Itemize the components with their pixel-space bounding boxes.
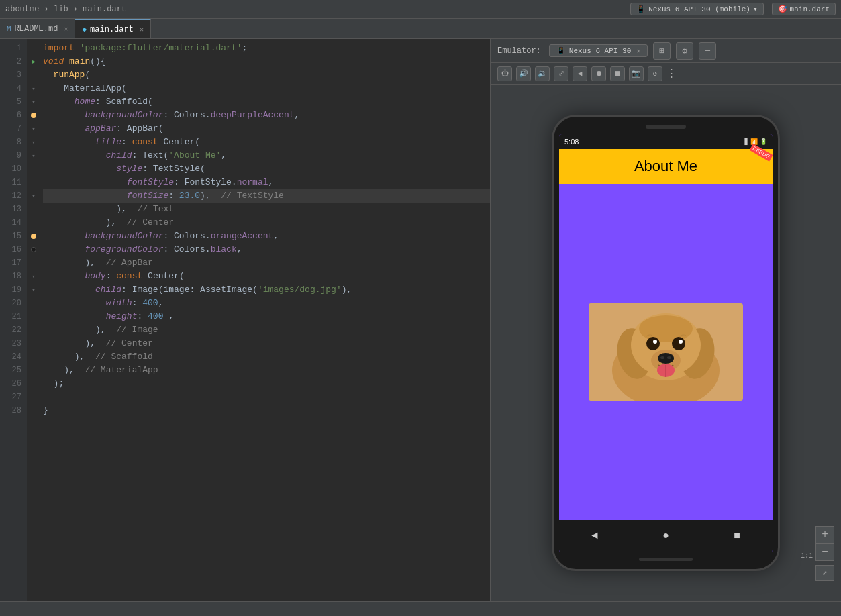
code-line: ), // Scaffold — [43, 350, 490, 364]
chevron-down-icon: ▾ — [753, 5, 758, 13]
settings-btn[interactable]: ⚙ — [676, 42, 693, 60]
phone-speaker — [646, 125, 686, 129]
phone-app-bar: About Me DEBUG — [559, 149, 773, 184]
main-file-label: 🎯 main.dart — [772, 3, 836, 15]
emulator-tab-close[interactable]: ✕ — [636, 47, 640, 55]
gutter-item — [27, 364, 40, 377]
tab-readme[interactable]: M README.md ✕ — [0, 19, 75, 38]
breakpoint-orange[interactable] — [31, 113, 36, 118]
breakpoint-black[interactable] — [31, 247, 36, 252]
volume-down-btn[interactable]: 🔉 — [535, 66, 550, 81]
code-line: child: Image(image: AssetImage('images/d… — [43, 283, 490, 297]
dart-icon: 🎯 — [778, 5, 787, 13]
breadcrumb: aboutme › lib › main.dart — [5, 5, 126, 14]
fold-icon[interactable]: ▾ — [32, 287, 35, 294]
line-number: 22 — [0, 323, 21, 337]
code-line: style: TextStyle( — [43, 162, 490, 176]
fold-icon[interactable]: ▾ — [32, 99, 35, 106]
svg-point-7 — [646, 337, 660, 350]
zoom-in-btn[interactable]: + — [815, 526, 834, 544]
code-line: MaterialApp( — [43, 82, 490, 95]
svg-point-9 — [653, 340, 657, 344]
zoom-out-btn[interactable]: − — [815, 544, 834, 561]
svg-point-13 — [660, 356, 664, 359]
line-number: 21 — [0, 310, 21, 323]
dog-svg — [589, 303, 743, 401]
line-number: 28 — [0, 404, 21, 417]
code-area[interactable]: 1234567891011121314151617181920212223242… — [0, 39, 490, 601]
svg-point-14 — [667, 356, 671, 359]
fold-icon[interactable]: ▾ — [32, 139, 35, 146]
line-number: 14 — [0, 216, 21, 229]
fold-icon[interactable]: ▾ — [32, 85, 35, 93]
gutter-item — [27, 42, 40, 55]
line-number: 18 — [0, 270, 21, 283]
tab-main-dart-close[interactable]: ✕ — [140, 25, 144, 34]
volume-up-btn[interactable]: 🔊 — [516, 66, 531, 81]
power-btn[interactable]: ⏻ — [497, 66, 512, 81]
rotate-btn[interactable]: ⤢ — [554, 66, 568, 81]
emulator-device-tab[interactable]: 📱 Nexus 6 API 30 ✕ — [549, 44, 648, 57]
fold-icon[interactable]: ▾ — [32, 273, 35, 280]
gutter-item — [27, 256, 40, 270]
back-nav-btn[interactable]: ◄ — [591, 530, 598, 542]
fold-icon[interactable]: ▾ — [32, 193, 35, 200]
line-numbers: 1234567891011121314151617181920212223242… — [0, 39, 27, 601]
line-number: 25 — [0, 364, 21, 377]
camera-btn[interactable]: 📷 — [629, 66, 644, 81]
emulator-body: 5:08 ▊ 📶 🔋 About Me DEBUG — [491, 85, 841, 601]
top-bar: aboutme › lib › main.dart 📱 Nexus 6 API … — [0, 0, 841, 19]
record-btn[interactable]: ⏺ — [591, 66, 606, 81]
gutter-item: ▾ — [27, 136, 40, 149]
stop-btn[interactable]: ⏹ — [610, 66, 625, 81]
fold-icon[interactable]: ▾ — [32, 152, 35, 160]
collapse-btn[interactable]: — — [699, 42, 716, 60]
more-options-btn[interactable]: ⋮ — [666, 67, 677, 80]
dart-file-icon: ◆ — [82, 25, 87, 34]
code-line: import 'package:flutter/material.dart'; — [43, 42, 490, 55]
emulator-label: Emulator: — [497, 46, 541, 56]
code-line: ), // AppBar — [43, 256, 490, 270]
gutter-item: ▾ — [27, 82, 40, 95]
back-btn[interactable]: ◀ — [573, 66, 587, 81]
breakpoint-orange[interactable] — [31, 234, 36, 239]
status-time: 5:08 — [564, 138, 579, 146]
phone-icon: 📱 — [636, 5, 646, 13]
svg-point-8 — [672, 337, 685, 350]
code-line: runApp( — [43, 68, 490, 82]
line-number: 15 — [0, 229, 21, 243]
tab-main-dart[interactable]: ◆ main.dart ✕ — [75, 19, 150, 38]
tab-readme-close[interactable]: ✕ — [64, 25, 68, 33]
gutter-item — [27, 229, 40, 243]
svg-point-10 — [679, 340, 683, 344]
breadcrumb-text: aboutme › lib › main.dart — [5, 5, 126, 14]
gutter-item — [27, 310, 40, 323]
screenshot-mode-btn[interactable]: ⊞ — [653, 42, 671, 60]
line-number: 2 — [0, 55, 21, 68]
gutter-item — [27, 68, 40, 82]
code-line: ), // Center — [43, 337, 490, 350]
phone-bottom-bar — [639, 558, 693, 561]
gutter-item — [27, 350, 40, 364]
gutter-item: ▾ — [27, 95, 40, 109]
line-number: 1 — [0, 42, 21, 55]
replay-btn[interactable]: ↺ — [648, 66, 662, 81]
zoom-fit-btn[interactable]: ⤢ — [815, 565, 834, 581]
fold-icon[interactable]: ▾ — [32, 125, 35, 133]
phone-frame: 5:08 ▊ 📶 🔋 About Me DEBUG — [552, 115, 780, 571]
app-bar-title: About Me — [634, 158, 697, 175]
recents-nav-btn[interactable]: ■ — [734, 530, 740, 542]
svg-point-6 — [639, 315, 693, 342]
gutter-item — [27, 404, 40, 417]
line-number: 20 — [0, 297, 21, 310]
code-line: width: 400, — [43, 297, 490, 310]
run-arrow-icon[interactable]: ▶ — [32, 58, 36, 66]
code-line: home: Scaffold( — [43, 95, 490, 109]
gutter-item — [27, 216, 40, 229]
gutter-item — [27, 176, 40, 189]
code-panel: 1234567891011121314151617181920212223242… — [0, 39, 490, 601]
home-nav-btn[interactable]: ● — [662, 530, 669, 542]
line-number: 19 — [0, 283, 21, 297]
device-selector[interactable]: 📱 Nexus 6 API 30 (mobile) ▾ — [630, 3, 763, 15]
code-line: ), // Center — [43, 216, 490, 229]
